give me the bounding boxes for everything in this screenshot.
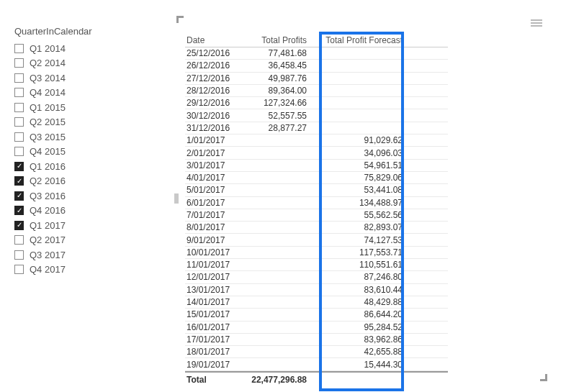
table-row[interactable]: 2/01/201734,096.03 (185, 147, 448, 159)
slicer-item[interactable]: Q3 2016 (14, 188, 137, 204)
slicer-item[interactable]: Q3 2015 (14, 129, 137, 145)
slicer-item-label: Q2 2016 (30, 176, 66, 186)
cell-forecast: 86,644.20 (311, 309, 408, 319)
table-row[interactable]: 5/01/201753,441.08 (185, 184, 448, 196)
cell-forecast: 87,246.80 (311, 272, 408, 282)
table-row[interactable]: 11/01/2017110,551.61 (185, 259, 448, 271)
table-row[interactable]: 8/01/201782,893.07 (185, 222, 448, 234)
table-row[interactable]: 25/12/201677,481.68 (185, 47, 448, 60)
slicer-item[interactable]: Q4 2017 (14, 263, 137, 278)
slicer-item-label: Q1 2017 (30, 220, 66, 231)
table-footer-row: Total 22,477,296.88 (185, 371, 448, 387)
checkbox-icon[interactable] (14, 221, 24, 230)
slicer-item-label: Q4 2016 (30, 205, 66, 216)
more-options-icon[interactable] (529, 18, 544, 28)
checkbox-icon[interactable] (14, 58, 24, 68)
table-row[interactable]: 16/01/201795,284.52 (185, 322, 448, 334)
slicer-item[interactable]: Q4 2014 (14, 86, 137, 101)
table-row[interactable]: 9/01/201774,127.53 (185, 234, 448, 246)
table-row[interactable]: 4/01/201775,829.06 (185, 172, 448, 184)
cell-date: 15/01/2017 (185, 309, 243, 319)
cell-date: 6/01/2017 (185, 198, 243, 208)
slicer-item[interactable]: Q2 2016 (14, 174, 137, 189)
col-header-date[interactable]: Date (185, 35, 243, 45)
cell-total-profits: 49,987.76 (243, 73, 311, 83)
slicer-item[interactable]: Q1 2014 (14, 41, 137, 56)
table-row[interactable]: 6/01/2017134,488.97 (185, 197, 448, 209)
cell-forecast: 91,029.62 (311, 135, 408, 145)
cell-date: 30/12/2016 (185, 111, 243, 121)
slicer-item[interactable]: Q1 2015 (14, 100, 137, 115)
cell-date: 14/01/2017 (185, 297, 243, 307)
cell-date: 19/01/2017 (185, 360, 243, 370)
table-row[interactable]: 15/01/201786,644.20 (185, 309, 448, 321)
table-row[interactable]: 30/12/201652,557.55 (185, 109, 448, 122)
table-row[interactable]: 17/01/201783,962.86 (185, 334, 448, 346)
slicer-item[interactable]: Q2 2015 (14, 115, 137, 130)
checkbox-icon[interactable] (14, 250, 24, 260)
checkbox-icon[interactable] (14, 235, 24, 245)
cell-date: 12/01/2017 (185, 272, 243, 282)
checkbox-icon[interactable] (14, 206, 24, 215)
cell-date: 7/01/2017 (185, 210, 243, 220)
cell-forecast: 53,441.08 (311, 185, 408, 195)
table-row[interactable]: 27/12/201649,987.76 (185, 73, 448, 85)
table-row[interactable]: 26/12/201636,458.45 (185, 60, 448, 72)
table-row[interactable]: 29/12/2016127,324.66 (185, 97, 448, 109)
table-row[interactable]: 18/01/201742,655.88 (185, 346, 448, 358)
cell-forecast: 74,127.53 (311, 235, 408, 245)
slicer-item[interactable]: Q2 2014 (14, 56, 137, 71)
checkbox-icon[interactable] (14, 117, 24, 127)
selection-edge-left[interactable] (174, 193, 179, 204)
cell-forecast: 134,488.97 (311, 198, 408, 208)
col-header-forecast[interactable]: Total Profit Forecast (311, 35, 408, 45)
slicer-item[interactable]: Q2 2017 (14, 233, 137, 248)
checkbox-icon[interactable] (14, 88, 24, 97)
slicer-item[interactable]: Q1 2017 (14, 218, 137, 233)
table-header-row: Date Total Profits Total Profit Forecast (185, 33, 448, 47)
slicer-item-label: Q1 2016 (30, 161, 66, 172)
slicer-item[interactable]: Q3 2014 (14, 70, 137, 86)
table-row[interactable]: 19/01/201715,444.30 (185, 358, 448, 370)
table-row[interactable]: 28/12/201689,364.00 (185, 85, 448, 97)
selection-corner-bottom-right[interactable] (540, 374, 547, 381)
cell-forecast: 15,444.30 (311, 360, 408, 370)
checkbox-icon[interactable] (14, 191, 24, 201)
table-visual: Date Total Profits Total Profit Forecast… (176, 16, 547, 381)
checkbox-icon[interactable] (14, 73, 24, 83)
slicer-item[interactable]: Q4 2016 (14, 204, 137, 219)
slicer-item[interactable]: Q4 2015 (14, 145, 137, 160)
col-header-total-profits[interactable]: Total Profits (243, 35, 311, 45)
cell-total-profits: 89,364.00 (243, 86, 311, 96)
cell-forecast: 48,429.88 (311, 297, 408, 307)
table-row[interactable]: 1/01/201791,029.62 (185, 135, 448, 147)
checkbox-icon[interactable] (14, 147, 24, 156)
checkbox-icon[interactable] (14, 176, 24, 186)
table-row[interactable]: 12/01/201787,246.80 (185, 271, 448, 283)
cell-date: 3/01/2017 (185, 160, 243, 170)
checkbox-icon[interactable] (14, 132, 24, 142)
cell-forecast: 55,562.56 (311, 210, 408, 220)
selection-corner-top-left[interactable] (176, 16, 184, 23)
checkbox-icon[interactable] (14, 103, 24, 112)
cell-total-profits: 28,877.27 (243, 123, 311, 133)
slicer-item[interactable]: Q3 2017 (14, 247, 137, 263)
cell-date: 31/12/2016 (185, 123, 243, 133)
checkbox-icon[interactable] (14, 265, 24, 274)
cell-date: 25/12/2016 (185, 48, 243, 58)
cell-forecast: 54,961.51 (311, 160, 408, 170)
table-row[interactable]: 14/01/201748,429.88 (185, 296, 448, 309)
cell-forecast: 95,284.52 (311, 322, 408, 332)
table-row[interactable]: 3/01/201754,961.51 (185, 160, 448, 172)
table-row[interactable]: 13/01/201783,610.44 (185, 284, 448, 296)
cell-forecast: 83,962.86 (311, 334, 408, 345)
checkbox-icon[interactable] (14, 162, 24, 171)
cell-forecast: 117,553.71 (311, 247, 408, 257)
table-row[interactable]: 31/12/201628,877.27 (185, 122, 448, 135)
table-row[interactable]: 7/01/201755,562.56 (185, 209, 448, 222)
cell-date: 28/12/2016 (185, 86, 243, 96)
checkbox-icon[interactable] (14, 44, 24, 53)
slicer-title: QuarterInCalendar (14, 26, 137, 37)
table-row[interactable]: 10/01/2017117,553.71 (185, 247, 448, 259)
slicer-item[interactable]: Q1 2016 (14, 159, 137, 174)
